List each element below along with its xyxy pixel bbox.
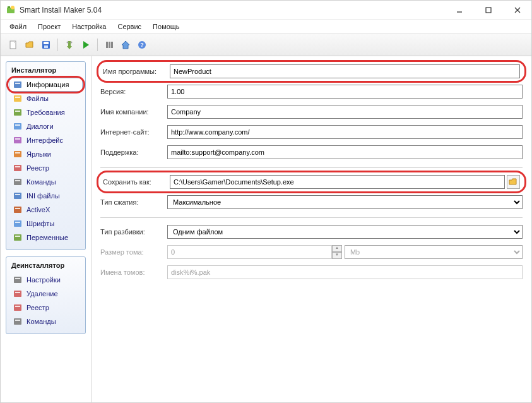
sidebar-item-информация[interactable]: Информация — [9, 78, 83, 92]
svg-rect-35 — [14, 193, 21, 199]
divider — [100, 217, 523, 218]
sidebar-item-label: Команды — [27, 178, 56, 186]
nav-icon — [13, 149, 23, 159]
menu-service[interactable]: Сервис — [112, 21, 146, 32]
sidebar-item-label: Настройки — [27, 276, 61, 284]
svg-point-13 — [71, 42, 73, 44]
select-volume-unit: Mb — [345, 245, 523, 259]
sidebar-item-шрифты[interactable]: Шрифты — [9, 217, 83, 231]
svg-rect-47 — [14, 304, 21, 311]
input-support[interactable] — [167, 145, 523, 159]
maximize-button[interactable] — [480, 4, 497, 16]
app-icon — [6, 5, 16, 15]
select-compression[interactable]: Максимальное — [167, 195, 523, 209]
home-button[interactable] — [118, 37, 133, 52]
label-company: Имя компании: — [100, 108, 167, 116]
spinner-buttons: ▲▼ — [332, 245, 342, 259]
svg-rect-21 — [14, 95, 21, 102]
svg-rect-4 — [486, 8, 491, 13]
nav-icon — [13, 205, 23, 215]
menu-file[interactable]: Файл — [4, 21, 32, 32]
sidebar-item-реестр[interactable]: Реестр — [9, 301, 83, 315]
close-button[interactable] — [509, 4, 526, 16]
sidebar: Инсталлятор ИнформацияФайлыТребованияДиа… — [1, 56, 91, 402]
nav-icon — [13, 219, 23, 229]
svg-rect-27 — [14, 137, 21, 143]
run-button[interactable] — [78, 37, 93, 52]
sidebar-item-label: Диалоги — [27, 123, 54, 130]
titlebar: Smart Install Maker 5.04 — [1, 1, 531, 20]
toolbar: ? — [1, 33, 531, 56]
menu-help[interactable]: Помощь — [148, 21, 185, 32]
svg-rect-33 — [14, 179, 21, 185]
input-company[interactable] — [167, 105, 523, 119]
nav-icon — [13, 107, 23, 117]
sidebar-item-реестр[interactable]: Реестр — [9, 161, 83, 175]
sidebar-item-label: Файлы — [27, 95, 49, 102]
input-program-name[interactable] — [170, 64, 520, 78]
select-split[interactable]: Одним файлом — [167, 225, 523, 239]
browse-button[interactable] — [507, 175, 520, 189]
open-button[interactable] — [22, 37, 37, 52]
row-volume-size: Размер тома: ▲▼ Mb — [100, 243, 523, 261]
new-button[interactable] — [6, 37, 21, 52]
uninstaller-panel: Деинсталлятор НастройкиУдалениеРеестрКом… — [6, 256, 86, 334]
svg-rect-34 — [15, 180, 20, 181]
row-compression: Тип сжатия: Максимальное — [100, 193, 523, 211]
sidebar-item-label: Информация — [27, 81, 69, 88]
save-button[interactable] — [38, 37, 54, 52]
sidebar-item-настройки[interactable]: Настройки — [9, 273, 83, 287]
menu-settings[interactable]: Настройка — [67, 21, 111, 32]
sidebar-item-ярлыки[interactable]: Ярлыки — [9, 147, 83, 161]
svg-rect-28 — [15, 138, 20, 140]
label-volume-names: Имена томов: — [100, 268, 167, 276]
svg-rect-20 — [15, 83, 20, 84]
sidebar-item-label: ActiveX — [27, 206, 50, 214]
svg-rect-43 — [14, 277, 21, 283]
window-title: Smart Install Maker 5.04 — [20, 6, 451, 15]
help-button[interactable]: ? — [134, 37, 150, 52]
sidebar-item-требования[interactable]: Требования — [9, 105, 83, 119]
nav-icon — [13, 316, 23, 327]
spin-up-icon: ▲ — [332, 245, 342, 252]
build-button[interactable] — [62, 37, 77, 52]
input-website[interactable] — [167, 125, 523, 139]
menu-project[interactable]: Проект — [33, 21, 66, 32]
svg-rect-39 — [14, 220, 21, 227]
options-button[interactable] — [102, 37, 117, 52]
sidebar-item-удаление[interactable]: Удаление — [9, 287, 83, 301]
sidebar-item-диалоги[interactable]: Диалоги — [9, 119, 83, 133]
svg-rect-42 — [15, 236, 20, 237]
input-volume-size — [167, 245, 332, 259]
folder-icon — [509, 178, 517, 186]
label-program-name: Имя программы: — [103, 68, 170, 75]
sidebar-item-activex[interactable]: ActiveX — [9, 203, 83, 217]
input-save-as[interactable] — [170, 175, 505, 189]
divider — [100, 167, 523, 168]
minimize-button[interactable] — [451, 4, 468, 16]
sidebar-item-переменные[interactable]: Переменные — [9, 231, 83, 244]
sidebar-item-label: Команды — [27, 318, 56, 325]
svg-text:?: ? — [140, 42, 144, 48]
nav-icon — [13, 303, 23, 313]
sidebar-item-интерфейс[interactable]: Интерфейс — [9, 133, 83, 147]
row-company: Имя компании: — [100, 103, 523, 121]
sidebar-item-команды[interactable]: Команды — [9, 315, 83, 328]
nav-icon — [13, 121, 23, 131]
input-version[interactable] — [167, 85, 523, 99]
sidebar-item-ini файлы[interactable]: INI файлы — [9, 189, 83, 203]
sidebar-item-команды[interactable]: Команды — [9, 175, 83, 189]
sidebar-item-label: Реестр — [27, 304, 49, 311]
sidebar-item-label: Требования — [27, 109, 65, 116]
sidebar-item-файлы[interactable]: Файлы — [9, 92, 83, 105]
label-version: Версия: — [100, 88, 167, 95]
label-support: Поддержка: — [100, 148, 167, 156]
spin-down-icon: ▼ — [332, 252, 342, 259]
nav-icon — [13, 177, 23, 187]
sidebar-item-label: Переменные — [27, 234, 68, 241]
svg-rect-15 — [109, 42, 110, 48]
svg-rect-11 — [68, 41, 71, 46]
sidebar-item-label: Шрифты — [27, 220, 54, 227]
row-website: Интернет-сайт: — [100, 123, 523, 141]
row-version: Версия: — [100, 83, 523, 100]
